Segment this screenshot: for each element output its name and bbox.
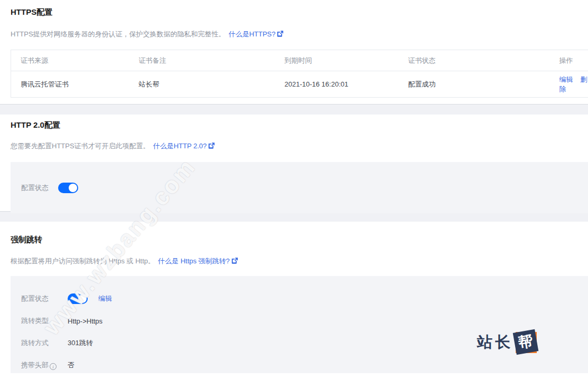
- redirect-description-text: 根据配置将用户访问强制跳转为 Https 或 Http。: [11, 256, 155, 266]
- https-config-page: HTTPS配置 HTTPS提供对网络服务器的身份认证，保护交换数据的隐私和完整性…: [0, 0, 588, 380]
- redirect-type-value: Http->Https: [68, 317, 102, 325]
- logo-badge-navy-square: 帮: [513, 329, 539, 355]
- http2-config-section: HTTP 2.0配置 您需要先配置HTTPS证书才可开启此项配置。 什么是HTT…: [0, 115, 588, 211]
- what-is-https-link[interactable]: 什么是HTTPS?: [229, 30, 284, 39]
- zhanzhangbang-logo: 站长 帮: [477, 330, 538, 355]
- https-section-description: HTTPS提供对网络服务器的身份认证，保护交换数据的隐私和完整性。 什么是HTT…: [0, 30, 588, 39]
- redirect-toggle[interactable]: [68, 293, 88, 304]
- redirect-section-title: 强制跳转: [0, 222, 588, 245]
- redirect-section-description: 根据配置将用户访问强制跳转为 Https 或 Http。 什么是 Https 强…: [0, 256, 588, 266]
- toggle-knob: [69, 184, 77, 192]
- external-link-icon: [231, 257, 238, 264]
- external-link-icon: [208, 142, 215, 149]
- http2-description-text: 您需要先配置HTTPS证书才可开启此项配置。: [11, 141, 150, 151]
- header-cert-status: 证书状态: [399, 50, 550, 71]
- redirect-type-row: 跳转类型 Http->Https: [21, 310, 588, 332]
- cell-cert-note: 站长帮: [129, 71, 275, 98]
- http2-status-box: 配置状态: [11, 162, 588, 213]
- redirect-method-value: 301跳转: [68, 338, 93, 348]
- what-is-http2-link[interactable]: 什么是HTTP 2.0?: [153, 141, 216, 151]
- http2-status-label: 配置状态: [21, 183, 58, 193]
- logo-badge-icon: 帮: [514, 330, 538, 355]
- section-separator: [0, 104, 588, 115]
- toggle-knob: [78, 294, 87, 303]
- header-cert-note: 证书备注: [129, 50, 275, 71]
- header-cert-source: 证书来源: [11, 50, 129, 71]
- logo-text: 站长: [477, 332, 513, 353]
- carry-header-row: 携带头部i 否: [21, 354, 588, 376]
- cell-cert-source: 腾讯云托管证书: [11, 71, 129, 98]
- cell-expire-time: 2021-10-16 16:20:01: [275, 71, 399, 98]
- http2-section-title: HTTP 2.0配置: [0, 115, 588, 130]
- redirect-status-label: 配置状态: [21, 294, 68, 303]
- header-expire-time: 到期时间: [275, 50, 399, 71]
- https-description-text: HTTPS提供对网络服务器的身份认证，保护交换数据的隐私和完整性。: [11, 30, 226, 39]
- header-operations: 操作: [550, 50, 588, 71]
- certificate-table: 证书来源 证书备注 到期时间 证书状态 操作 腾讯云托管证书 站长帮 2021-…: [11, 50, 588, 98]
- edit-redirect-link[interactable]: 编辑: [98, 294, 112, 303]
- info-icon[interactable]: i: [50, 363, 57, 370]
- http2-section-description: 您需要先配置HTTPS证书才可开启此项配置。 什么是HTTP 2.0?: [0, 141, 588, 151]
- redirect-settings-box: 配置状态 编辑 跳转类型 Http->Https 跳转方式 301跳转 携带头部…: [11, 276, 588, 373]
- cell-cert-status: 配置成功: [399, 71, 550, 98]
- external-link-icon: [276, 30, 284, 37]
- cell-operations: 编辑 删除: [550, 71, 588, 98]
- http2-toggle[interactable]: [58, 183, 78, 193]
- https-section-title: HTTPS配置: [0, 7, 588, 17]
- https-config-section: HTTPS配置 HTTPS提供对网络服务器的身份认证，保护交换数据的隐私和完整性…: [0, 0, 588, 104]
- carry-header-label: 携带头部i: [21, 360, 68, 370]
- edit-cert-link[interactable]: 编辑: [559, 75, 573, 83]
- redirect-status-row: 配置状态 编辑: [21, 288, 588, 310]
- http2-status-row: 配置状态: [21, 162, 588, 213]
- table-row: 腾讯云托管证书 站长帮 2021-10-16 16:20:01 配置成功 编辑 …: [11, 71, 588, 98]
- what-is-force-redirect-link[interactable]: 什么是 Https 强制跳转?: [158, 256, 238, 266]
- carry-header-value: 否: [68, 360, 74, 370]
- redirect-method-label: 跳转方式: [21, 338, 68, 348]
- certificate-table-header-row: 证书来源 证书备注 到期时间 证书状态 操作: [11, 50, 588, 71]
- redirect-type-label: 跳转类型: [21, 316, 68, 326]
